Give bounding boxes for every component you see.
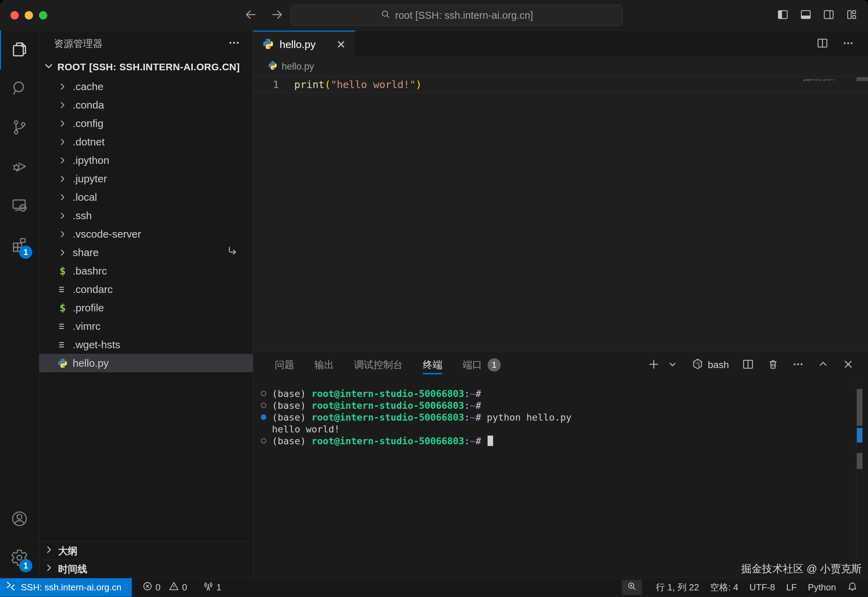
tree-item-dot-condarc[interactable]: .condarc bbox=[39, 280, 253, 298]
tree-item-dot-bashrc[interactable]: $.bashrc bbox=[39, 261, 253, 280]
tree-item-dot-ipython[interactable]: .ipython bbox=[39, 151, 253, 169]
token-string: "hello world!" bbox=[813, 79, 833, 82]
tab-hello-py[interactable]: hello.py ✕ bbox=[253, 31, 355, 57]
minimap[interactable]: print("hello world!") bbox=[804, 79, 835, 82]
panel-header: 问题输出调试控制台终端端口1 $ bash bbox=[253, 351, 868, 379]
activity-bar-item-remote-explorer[interactable] bbox=[0, 187, 39, 226]
go-forward-icon[interactable] bbox=[270, 7, 284, 23]
activity-bar-item-extensions[interactable]: 1 bbox=[0, 226, 39, 264]
code-editor[interactable]: 1 print("hello world!") print("hello wor… bbox=[253, 76, 868, 351]
tree-item-dot-vimrc[interactable]: .vimrc bbox=[39, 317, 253, 336]
close-panel-icon[interactable] bbox=[842, 358, 854, 371]
zoom-indicator[interactable] bbox=[622, 580, 642, 595]
ellipsis-icon[interactable] bbox=[792, 358, 804, 371]
token-func: print bbox=[294, 79, 324, 91]
sidebar-section-timeline[interactable]: 时间线 bbox=[39, 560, 253, 578]
terminal-line-1: (base) root@intern-studio-50066803:~# bbox=[261, 388, 854, 399]
remote-label: SSH: ssh.intern-ai.org.cn bbox=[21, 582, 121, 593]
tree-item-hello.py[interactable]: hello.py bbox=[39, 354, 253, 372]
terminal-scrollbar[interactable] bbox=[856, 379, 868, 578]
tree-item-dot-config[interactable]: .config bbox=[39, 114, 253, 132]
activity-bar-item-explorer[interactable] bbox=[0, 31, 39, 70]
terminal-text: (base) bbox=[272, 412, 312, 423]
activity-bar-item-run-debug[interactable] bbox=[0, 147, 39, 187]
panel-tab-debug-console[interactable]: 调试控制台 bbox=[354, 351, 403, 379]
new-terminal-icon[interactable] bbox=[648, 358, 660, 371]
close-tab-icon[interactable]: ✕ bbox=[336, 38, 346, 51]
cursor-position[interactable]: 行 1, 列 22 bbox=[650, 581, 705, 594]
line-number: 1 bbox=[253, 79, 294, 91]
tree-item-dot-conda[interactable]: .conda bbox=[39, 96, 253, 114]
maximize-window-button[interactable] bbox=[39, 11, 47, 19]
ports-indicator[interactable]: 1 bbox=[197, 581, 227, 594]
terminal-line-5: (base) root@intern-studio-50066803:~# bbox=[261, 435, 854, 447]
tree-item-label: .ipython bbox=[73, 154, 109, 166]
tree-item-label: .dotnet bbox=[73, 136, 105, 148]
terminal-text: : bbox=[464, 435, 470, 446]
remote-indicator[interactable]: SSH: ssh.intern-ai.org.cn bbox=[0, 578, 132, 597]
panel-tab-ports[interactable]: 端口1 bbox=[462, 351, 501, 379]
activity-bar-item-search[interactable] bbox=[0, 70, 39, 108]
terminal-output[interactable]: (base) root@intern-studio-50066803:~#(ba… bbox=[253, 379, 868, 578]
ellipsis-icon[interactable] bbox=[228, 37, 240, 52]
minimize-window-button[interactable] bbox=[25, 11, 33, 19]
debug-icon bbox=[10, 157, 28, 177]
close-window-button[interactable] bbox=[10, 11, 19, 19]
scrollbar-slider[interactable] bbox=[856, 77, 868, 81]
command-decoration-icon[interactable] bbox=[261, 391, 272, 396]
chevron-right-icon bbox=[55, 137, 71, 147]
terminal-cwd: ~ bbox=[470, 400, 475, 411]
go-back-icon[interactable] bbox=[243, 7, 258, 23]
breadcrumb[interactable]: hello.py bbox=[253, 57, 868, 76]
split-terminal-icon[interactable] bbox=[742, 358, 754, 371]
command-decoration-icon-active[interactable] bbox=[261, 414, 272, 420]
command-decoration-icon[interactable] bbox=[261, 438, 272, 444]
tree-item-share[interactable]: share bbox=[39, 243, 253, 261]
tree-item-dot-wget-hsts[interactable]: .wget-hsts bbox=[39, 336, 253, 354]
panel-tab-output[interactable]: 输出 bbox=[314, 351, 334, 379]
activity-bar-item-accounts[interactable] bbox=[0, 500, 39, 539]
eol-indicator[interactable]: LF bbox=[781, 582, 802, 593]
kill-terminal-icon[interactable] bbox=[767, 358, 779, 371]
tree-item-dot-vscode-server[interactable]: .vscode-server bbox=[39, 225, 253, 243]
command-decoration-icon[interactable] bbox=[261, 402, 272, 408]
shell-file-icon: $ bbox=[55, 265, 71, 277]
svg-text:$: $ bbox=[698, 363, 700, 367]
tree-item-dot-jupyter[interactable]: .jupyter bbox=[39, 169, 253, 188]
language-mode-indicator[interactable]: Python bbox=[802, 582, 841, 593]
terminal-text: # python hello.py bbox=[475, 412, 571, 423]
more-actions-icon[interactable] bbox=[842, 37, 854, 50]
toggle-sidebar-icon[interactable] bbox=[777, 9, 789, 22]
sidebar-section-outline[interactable]: 大纲 bbox=[39, 542, 253, 560]
split-editor-icon[interactable] bbox=[816, 37, 828, 50]
problems-indicator[interactable]: 0 0 bbox=[137, 581, 193, 594]
indentation-indicator[interactable]: 空格: 4 bbox=[705, 581, 744, 594]
toggle-panel-icon[interactable] bbox=[800, 9, 812, 22]
toggle-secondary-sidebar-icon[interactable] bbox=[823, 9, 835, 22]
terminal-cwd: ~ bbox=[470, 435, 475, 446]
panel-tab-terminal[interactable]: 终端 bbox=[423, 351, 442, 379]
tree-section-header[interactable]: ROOT [SSH: SSH.INTERN-AI.ORG.CN] bbox=[39, 57, 253, 77]
chevron-right-icon bbox=[43, 562, 55, 576]
panel-tab-problems[interactable]: 问题 bbox=[275, 351, 294, 379]
command-center-search[interactable]: root [SSH: ssh.intern-ai.org.cn] bbox=[291, 5, 623, 26]
terminal-instance-bash[interactable]: $ bash bbox=[692, 358, 729, 372]
notifications-indicator[interactable] bbox=[841, 581, 863, 594]
activity-bar-item-source-control[interactable] bbox=[0, 108, 39, 147]
tree-item-dot-ssh[interactable]: .ssh bbox=[39, 206, 253, 225]
terminal-line-3: (base) root@intern-studio-50066803:~# py… bbox=[261, 411, 854, 423]
tree-item-dot-dotnet[interactable]: .dotnet bbox=[39, 132, 253, 151]
tree-item-dot-cache[interactable]: .cache bbox=[39, 77, 253, 96]
watermark-text: 掘金技术社区 @ 小贾克斯 bbox=[741, 562, 862, 576]
tree-item-dot-profile[interactable]: $.profile bbox=[39, 298, 253, 317]
terminal-text: (base) bbox=[272, 435, 312, 446]
maximize-panel-icon[interactable] bbox=[817, 358, 829, 371]
activity-bar-item-settings[interactable]: 1 bbox=[0, 539, 39, 578]
chevron-right-icon bbox=[55, 118, 71, 129]
customize-layout-icon[interactable] bbox=[846, 9, 858, 22]
chevron-right-icon bbox=[55, 211, 71, 221]
symlink-arrow-icon bbox=[227, 245, 238, 260]
tree-item-dot-local[interactable]: .local bbox=[39, 188, 253, 206]
chevron-down-icon[interactable] bbox=[667, 358, 678, 371]
encoding-indicator[interactable]: UTF-8 bbox=[744, 582, 781, 593]
